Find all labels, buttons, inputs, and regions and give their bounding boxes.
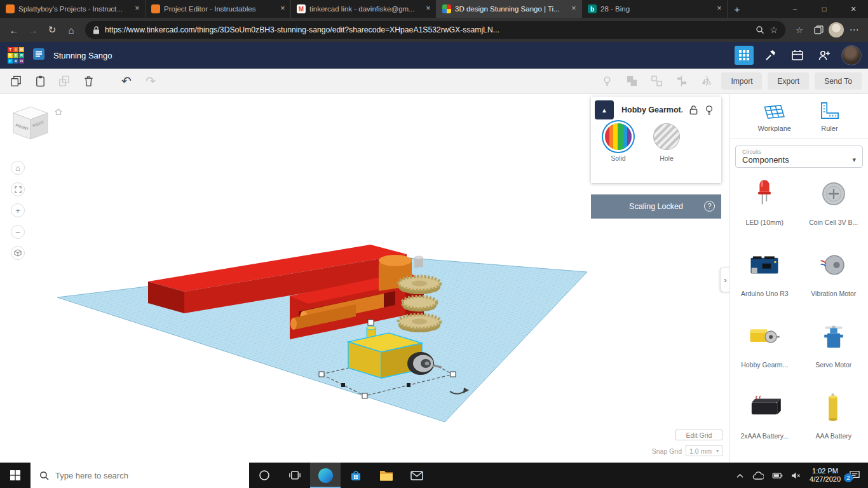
tab-close-icon[interactable]: × xyxy=(714,4,724,14)
hobby-gearmotor-icon xyxy=(747,322,782,350)
start-button[interactable] xyxy=(0,463,31,488)
url-field[interactable]: https://www.tinkercad.com/things/3DSoUm0… xyxy=(85,21,785,39)
refresh-button[interactable]: ↻ xyxy=(43,21,61,39)
browser-profile-avatar[interactable] xyxy=(829,22,844,37)
new-tab-button[interactable]: + xyxy=(728,0,747,18)
zoom-out-button[interactable]: − xyxy=(11,225,25,239)
taskbar-search[interactable] xyxy=(31,463,249,488)
browser-tab[interactable]: Project Editor - Instructables × xyxy=(146,0,291,18)
forward-button[interactable]: → xyxy=(24,21,42,39)
task-view-button[interactable] xyxy=(280,463,310,488)
window-close-button[interactable]: × xyxy=(839,0,868,18)
solid-color-circle[interactable] xyxy=(605,123,632,150)
favorites-hub-icon[interactable]: ☆ xyxy=(790,21,808,39)
import-button[interactable]: Import xyxy=(721,72,762,90)
component-led[interactable]: LED (10mm) xyxy=(730,169,799,240)
perspective-toggle-button[interactable] xyxy=(11,246,25,260)
ungroup-icon[interactable] xyxy=(647,72,666,91)
user-avatar[interactable] xyxy=(841,45,862,65)
help-icon[interactable]: ? xyxy=(704,201,715,212)
mirror-icon[interactable] xyxy=(696,72,715,91)
back-button[interactable]: ← xyxy=(5,21,23,39)
design-properties-icon[interactable] xyxy=(33,48,44,62)
export-button[interactable]: Export xyxy=(768,72,809,90)
calendar-icon[interactable] xyxy=(788,46,807,65)
browser-tab[interactable]: b 28 - Bing × xyxy=(582,0,728,18)
paste-icon[interactable] xyxy=(31,72,50,91)
tinkercad-favicon xyxy=(442,4,451,13)
favorites-star-icon[interactable]: ☆ xyxy=(770,25,778,35)
component-vibration-motor[interactable]: Vibration Motor xyxy=(799,240,868,311)
redo-icon[interactable]: ↷ xyxy=(141,72,160,91)
workplane-tool[interactable]: Workplane xyxy=(758,102,791,132)
ruler-tool[interactable]: Ruler xyxy=(818,102,840,132)
volume-muted-icon[interactable] xyxy=(791,471,801,480)
component-coin-cell[interactable]: Coin Cell 3V B... xyxy=(799,169,868,240)
cortana-button[interactable] xyxy=(249,463,280,488)
component-hobby-gearmotor[interactable]: Hobby Gearm... xyxy=(730,311,799,383)
hide-lightbulb-icon[interactable] xyxy=(705,105,714,116)
file-explorer-icon xyxy=(379,470,393,481)
send-to-button[interactable]: Send To xyxy=(815,72,862,90)
tab-close-icon[interactable]: × xyxy=(132,4,142,14)
solid-swatch[interactable]: Solid xyxy=(605,123,632,162)
component-arduino[interactable]: Arduino Uno R3 xyxy=(730,240,799,311)
ruler-icon xyxy=(818,102,840,121)
hole-swatch[interactable]: Hole xyxy=(653,123,680,162)
duplicate-icon[interactable] xyxy=(55,72,74,91)
browser-tab[interactable]: M tinkercad link - davinfiske@gm... × xyxy=(291,0,437,18)
component-aaa-battery[interactable]: AAA Battery xyxy=(799,383,868,454)
ruler-label: Ruler xyxy=(821,125,837,132)
design-title[interactable]: Stunning Sango xyxy=(53,51,112,60)
search-input[interactable] xyxy=(55,471,220,480)
component-category-dropdown[interactable]: Circuits Components ▾ xyxy=(735,146,863,168)
edit-grid-button[interactable]: Edit Grid xyxy=(675,430,722,440)
tinker-tools-icon[interactable] xyxy=(761,46,780,65)
browser-home-button[interactable]: ⌂ xyxy=(62,21,80,39)
home-view-button[interactable]: ⌂ xyxy=(11,161,25,175)
dashboard-grid-icon[interactable] xyxy=(735,46,754,65)
mail-taskbar-button[interactable] xyxy=(402,463,432,488)
zoom-in-button[interactable]: + xyxy=(11,203,25,217)
3d-viewport[interactable]: FRONT RIGHT ⌂ + − ▲ Hobby Gearmot... xyxy=(0,94,868,463)
tinkercad-logo[interactable]: T I N K E R C A D xyxy=(8,47,24,64)
delete-icon[interactable] xyxy=(79,72,98,91)
component-servo-motor[interactable]: Servo Motor xyxy=(799,311,868,383)
gmail-favicon: M xyxy=(297,4,306,13)
edge-taskbar-button[interactable] xyxy=(310,463,341,488)
taskbar-clock[interactable]: 1:02 PM 4/27/2020 xyxy=(810,467,841,484)
align-icon[interactable] xyxy=(672,72,691,91)
zoom-icon[interactable] xyxy=(756,25,764,34)
gear-stack-shape[interactable] xyxy=(398,276,440,332)
inspector-collapse-button[interactable]: ▲ xyxy=(595,100,614,119)
lock-icon[interactable] xyxy=(689,105,698,115)
snap-grid-dropdown[interactable]: 1.0 mm ▾ xyxy=(686,445,722,456)
group-icon[interactable] xyxy=(622,72,641,91)
battery-icon[interactable] xyxy=(772,472,783,479)
file-explorer-taskbar-button[interactable] xyxy=(371,463,402,488)
screen: Splattyboy's Projects - Instruct... × Pr… xyxy=(0,0,868,488)
window-minimize-button[interactable]: – xyxy=(780,0,810,18)
undo-icon[interactable]: ↶ xyxy=(117,72,136,91)
tray-expand-icon[interactable] xyxy=(736,473,744,478)
invite-user-icon[interactable] xyxy=(815,46,834,65)
action-center-button[interactable]: 2 xyxy=(849,470,860,480)
browser-tab[interactable]: Splattyboy's Projects - Instruct... × xyxy=(0,0,146,18)
collections-icon[interactable] xyxy=(810,21,827,39)
window-maximize-button[interactable]: □ xyxy=(810,0,839,18)
onedrive-cloud-icon[interactable] xyxy=(752,471,764,480)
show-all-icon[interactable] xyxy=(597,72,616,91)
tab-close-icon[interactable]: × xyxy=(278,4,288,14)
browser-tab-active[interactable]: 3D design Stunning Sango | Ti... × xyxy=(437,0,582,18)
component-2xaaa-battery[interactable]: 2xAAA Battery... xyxy=(730,383,799,454)
viewcube-home-icon[interactable] xyxy=(55,108,62,116)
tab-close-icon[interactable]: × xyxy=(569,4,579,14)
tab-close-icon[interactable]: × xyxy=(423,4,433,14)
sidebar-collapse-tab[interactable]: › xyxy=(720,267,730,292)
browser-menu-icon[interactable]: ⋯ xyxy=(845,21,863,39)
copy-icon[interactable] xyxy=(6,72,25,91)
hole-pattern-circle[interactable] xyxy=(653,123,680,150)
fit-view-button[interactable] xyxy=(11,182,25,196)
store-taskbar-button[interactable] xyxy=(341,463,371,488)
view-cube[interactable]: FRONT RIGHT xyxy=(8,103,52,147)
